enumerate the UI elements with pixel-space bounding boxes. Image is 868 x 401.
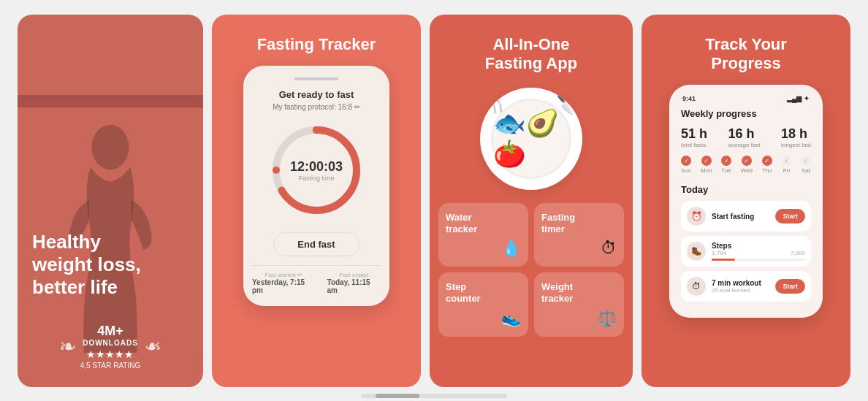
day-sun-label: Sun <box>681 167 691 174</box>
day-tue: ✓ Tue <box>721 156 731 174</box>
fasting-activity-icon: ⏰ <box>687 207 706 226</box>
activity-start-fasting: ⏰ Start fasting Start <box>681 201 811 232</box>
day-thu-label: Thu <box>762 167 772 174</box>
steps-activity-icon: 🥾 <box>687 242 706 261</box>
card-3-title: All-In-One Fasting App <box>485 35 577 74</box>
day-mon-check: ✓ <box>701 156 712 166</box>
day-sat-check: ✓ <box>801 156 811 166</box>
card-2-title: Fasting Tracker <box>257 35 376 54</box>
fasting-timer-icon: ⏱ <box>601 239 617 258</box>
stat-longest-fast: 18 h longest fast <box>781 126 811 148</box>
star-rating: ★★★★★ <box>80 348 140 360</box>
day-sat: ✓ Sat <box>801 156 811 174</box>
day-wed-check: ✓ <box>742 156 752 166</box>
day-sun: ✓ Sun <box>681 156 691 174</box>
day-mon: ✓ Mon <box>701 156 712 174</box>
phone-notch <box>294 77 338 80</box>
steps-activity-name: Steps <box>712 242 805 250</box>
workout-kcal: 35 kcal burned <box>712 287 769 294</box>
page-wrapper: Healthy weight loss, better life ❧ 4M+ D… <box>0 0 868 401</box>
stat-total-label: total fasts <box>681 142 707 148</box>
day-wed-label: Wed <box>741 167 753 174</box>
steps-progress-fill <box>712 259 735 261</box>
card-hero: Healthy weight loss, better life ❧ 4M+ D… <box>18 15 203 387</box>
fast-started-label: Fast started ✏ <box>265 272 302 278</box>
knife-icon: 🔪 <box>554 93 576 115</box>
protocol-text: My fasting protocol: 16:8 ✏ <box>273 103 360 111</box>
feature-fasting-timer: Fasting timer ⏱ <box>534 203 624 267</box>
downloads-label: DOWNLOADS <box>80 339 140 347</box>
day-sun-check: ✓ <box>681 156 691 166</box>
cards-container: Healthy weight loss, better life ❧ 4M+ D… <box>0 0 868 401</box>
steps-goal: 7,000 <box>791 250 805 256</box>
water-tracker-label: Water tracker <box>446 212 521 234</box>
downloads-count: 4M+ <box>80 324 140 339</box>
day-tue-label: Tue <box>721 167 731 174</box>
get-ready-text: Get ready to fast <box>279 89 354 100</box>
svg-point-1 <box>92 124 129 169</box>
horizontal-scrollbar[interactable] <box>361 394 507 398</box>
food-icon: 🐟🥑🍅 <box>493 108 569 169</box>
timer-label: Fasting time <box>290 174 343 181</box>
fast-started-info: Fast started ✏ Yesterday, 7:15 pm <box>252 272 316 294</box>
card-fasting-tracker: Fasting Tracker Get ready to fast My fas… <box>212 15 421 387</box>
timer-center: 12:00:03 Fasting time <box>290 159 343 181</box>
day-fri: ✓ Fri <box>781 156 791 174</box>
weight-tracker-icon: ⚖️ <box>597 309 617 328</box>
activity-steps: 🥾 Steps 1,764 7,000 <box>681 236 811 267</box>
weekly-stats-row: 51 h total fasts 16 h average fast 18 h … <box>678 126 814 148</box>
fast-ended-value: Today, 11:15 am <box>327 278 381 294</box>
water-tracker-icon: 💧 <box>501 239 521 258</box>
day-fri-check: ✓ <box>781 156 791 166</box>
fast-ended-info: Fast ended Today, 11:15 am <box>327 272 381 294</box>
stat-average-fast: 16 h average fast <box>728 126 761 148</box>
downloads-badge: ❧ 4M+ DOWNLOADS ★★★★★ 4,5 STAR RATING ❧ <box>59 324 161 370</box>
plate-illustration: 🍴 🐟🥑🍅 🔪 <box>480 88 582 190</box>
stat-long-label: longest fast <box>781 142 811 148</box>
rating-text: 4,5 STAR RATING <box>80 362 140 370</box>
headline: Healthy weight loss, better life <box>32 231 141 299</box>
card-progress: Track Your Progress 9:41 ▂▄▆ ✦ Weekly pr… <box>642 15 850 387</box>
phone-footer: Fast started ✏ Yesterday, 7:15 pm Fast e… <box>252 265 381 294</box>
day-fri-label: Fri <box>783 167 790 174</box>
fasting-activity-text: Start fasting <box>712 213 769 221</box>
status-bar: 9:41 ▂▄▆ ✦ <box>678 93 814 108</box>
fast-started-value: Yesterday, 7:15 pm <box>252 278 316 294</box>
start-workout-button[interactable]: Start <box>775 279 805 294</box>
fasting-timer-label: Fasting timer <box>541 212 617 234</box>
timer-display: 12:00:03 <box>290 159 343 174</box>
phone-mockup-1: Get ready to fast My fasting protocol: 1… <box>243 66 389 306</box>
workout-activity-icon: ⏱ <box>687 277 706 296</box>
laurel-row: ❧ 4M+ DOWNLOADS ★★★★★ 4,5 STAR RATING ❧ <box>59 324 161 370</box>
end-fast-button[interactable]: End fast <box>273 232 359 256</box>
feature-weight-tracker: Weight tracker ⚖️ <box>534 272 624 336</box>
weight-tracker-label: Weight tracker <box>541 281 617 304</box>
start-fasting-button[interactable]: Start <box>775 209 805 224</box>
activity-workout: ⏱ 7 min workout 35 kcal burned Start <box>681 271 811 302</box>
phone-mockup-2: 9:41 ▂▄▆ ✦ Weekly progress 51 h total fa… <box>669 85 823 318</box>
step-counter-icon: 👟 <box>501 309 521 328</box>
day-mon-label: Mon <box>701 167 712 174</box>
stat-avg-value: 16 h <box>728 126 761 142</box>
day-sat-label: Sat <box>802 167 810 174</box>
steps-progress-bar <box>712 259 805 261</box>
status-time: 9:41 <box>682 95 696 102</box>
card-allinone: All-In-One Fasting App 🍴 🐟🥑🍅 🔪 Water tra… <box>430 15 633 387</box>
status-signal: ▂▄▆ ✦ <box>787 95 810 102</box>
timer-ring: 12:00:03 Fasting time <box>269 123 364 218</box>
workout-activity-name: 7 min workout <box>712 279 769 287</box>
features-grid: Water tracker 💧 Fasting timer ⏱ Step co <box>438 203 624 336</box>
card-4-title: Track Your Progress <box>705 35 787 74</box>
scrollbar-thumb[interactable] <box>376 394 419 398</box>
day-thu: ✓ Thu <box>762 156 772 174</box>
laurel-left-icon: ❧ <box>59 335 76 359</box>
weekly-progress-title: Weekly progress <box>678 108 814 119</box>
day-tue-check: ✓ <box>721 156 731 166</box>
stat-avg-label: average fast <box>728 142 761 148</box>
stat-long-value: 18 h <box>781 126 811 142</box>
stat-total-fasts: 51 h total fasts <box>681 126 707 148</box>
day-wed: ✓ Wed <box>741 156 753 174</box>
steps-current: 1,764 <box>712 250 726 256</box>
laurel-right-icon: ❧ <box>145 335 161 359</box>
workout-activity-text: 7 min workout 35 kcal burned <box>712 279 769 294</box>
